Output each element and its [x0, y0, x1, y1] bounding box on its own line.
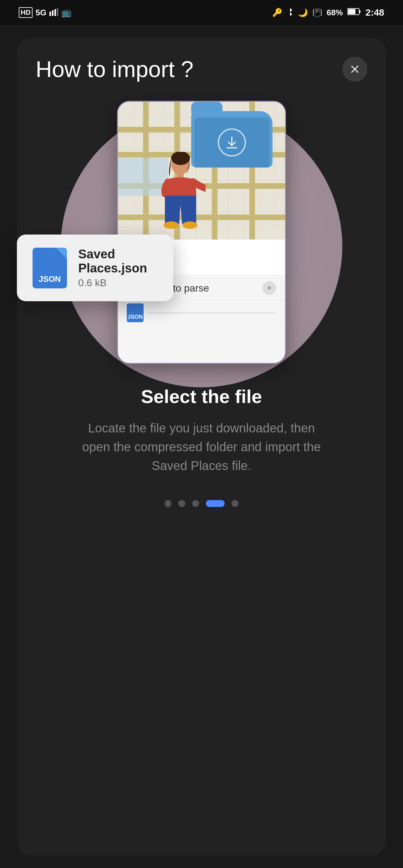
file-row-placeholder [147, 312, 276, 313]
dot-4-active[interactable] [206, 500, 225, 507]
bottom-description: Locate the file you just downloaded, the… [76, 418, 327, 475]
file-info: Saved Places.json 0.6 kB [78, 247, 158, 289]
dot-3[interactable] [192, 500, 199, 507]
svg-rect-5 [359, 10, 361, 13]
dot-2[interactable] [178, 500, 185, 507]
download-circle [218, 128, 246, 157]
json-icon-label: JSON [39, 274, 61, 284]
dot-1[interactable] [165, 500, 171, 507]
bottom-title: Select the file [55, 386, 348, 407]
svg-rect-6 [348, 9, 356, 14]
status-left: HD 5G 📺 [19, 7, 71, 18]
file-picker-space [118, 326, 285, 363]
map-area [118, 102, 285, 240]
status-bar: HD 5G 📺 🔑 🌙 📳 68% [0, 0, 403, 25]
svg-rect-0 [49, 11, 51, 16]
file-size: 0.6 kB [78, 277, 158, 289]
battery-percent: 68% [327, 8, 343, 18]
phone-mockup: Select file to parse × JSON [117, 101, 286, 364]
page-title: How to import ? [36, 56, 193, 82]
close-button[interactable] [342, 57, 367, 82]
svg-rect-3 [57, 8, 58, 16]
file-row-preview: JSON [118, 300, 285, 326]
illustration-container: Select file to parse × JSON JSON Saved P [36, 101, 367, 364]
svg-point-15 [164, 221, 179, 229]
folder-icon [191, 111, 272, 167]
svg-point-16 [182, 221, 197, 229]
tv-icon: 📺 [61, 8, 71, 18]
hd-icon: HD [19, 7, 33, 18]
floating-file-card: JSON Saved Places.json 0.6 kB [17, 235, 173, 301]
signal-bars-icon [49, 7, 58, 18]
key-icon: 🔑 [272, 8, 282, 18]
battery-icon [347, 7, 361, 18]
main-screen: How to import ? [17, 38, 386, 856]
svg-rect-2 [55, 9, 56, 16]
file-name: Saved Places.json [78, 247, 158, 275]
time-display: 2:48 [365, 7, 384, 18]
signal-icon: 5G [36, 8, 46, 18]
vibrate-icon: 📳 [312, 8, 322, 18]
file-picker-close-button[interactable]: × [263, 281, 276, 295]
bottom-section: Select the file Locate the file you just… [36, 386, 367, 475]
pagination-dots [36, 500, 367, 507]
bluetooth-icon [287, 7, 294, 18]
dot-5[interactable] [232, 500, 238, 507]
page-header: How to import ? [36, 56, 367, 82]
moon-icon: 🌙 [298, 8, 308, 18]
json-file-icon: JSON [33, 248, 67, 288]
status-right: 🔑 🌙 📳 68% 2:48 [272, 7, 384, 18]
file-small-icon: JSON [127, 303, 144, 322]
svg-point-12 [171, 152, 190, 165]
svg-rect-1 [52, 10, 54, 16]
